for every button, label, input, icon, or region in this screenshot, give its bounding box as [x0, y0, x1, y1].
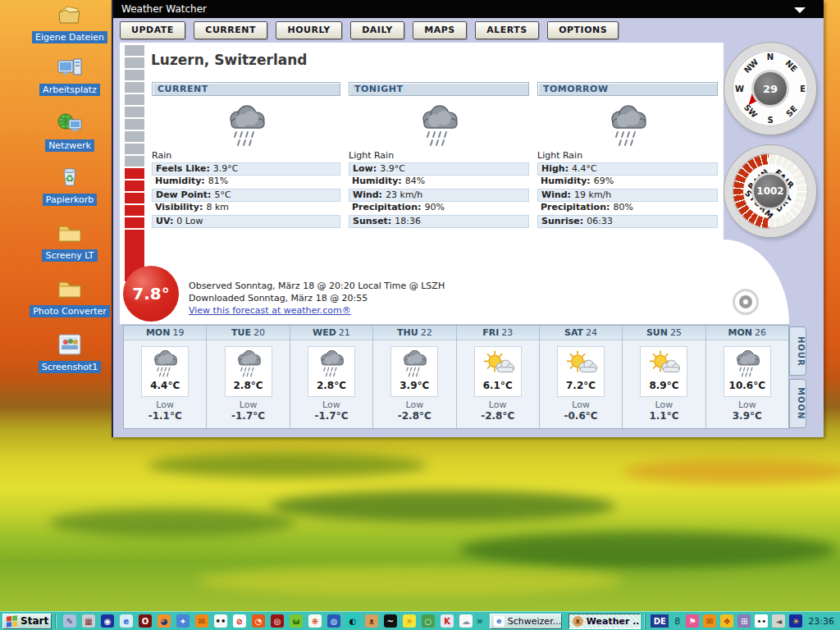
- signal-icon[interactable]: ☀: [789, 614, 802, 628]
- forecast-day-sun25[interactable]: SUN25 8.9°C Low 1.1°C: [622, 326, 705, 428]
- data-row: UV:0 Low: [152, 215, 340, 228]
- tab-moon[interactable]: MOON: [789, 379, 806, 428]
- forecast-icon-box[interactable]: 6.1°C: [474, 346, 522, 397]
- forecast-icon-box[interactable]: 4.4°C: [141, 346, 189, 397]
- data-row: Feels Like:3.9°C: [152, 162, 340, 176]
- forecast-icon-box[interactable]: 10.6°C: [724, 346, 771, 397]
- daily-button[interactable]: DAILY: [350, 21, 404, 39]
- desktop-icon-label[interactable]: Eigene Dateien: [32, 31, 107, 43]
- compass-se: SE: [784, 104, 799, 119]
- temperature-bulb: 7.8°: [123, 266, 179, 322]
- ribbon-icon[interactable]: ⚑: [686, 614, 699, 628]
- forecast-icon-box[interactable]: 2.8°C: [225, 346, 272, 397]
- bird-icon[interactable]: ✦: [176, 614, 189, 628]
- menu-arrow-icon[interactable]: [794, 7, 806, 13]
- ie-icon[interactable]: e: [120, 614, 133, 628]
- notes-icon[interactable]: ✎: [63, 614, 76, 628]
- desktop-icon-label[interactable]: Arbeitsplatz: [39, 84, 100, 96]
- daily-forecast-table: MON19 4.4°C Low -1.1°C TUE20 2.8°C Low -…: [123, 325, 789, 429]
- firefox-icon[interactable]: ◕: [158, 614, 171, 628]
- forecast-icon-box[interactable]: 3.9°C: [390, 346, 438, 397]
- hourly-button[interactable]: HOURLY: [276, 21, 341, 39]
- downloaded-line: Downloaded Sonntag, März 18 @ 20:55: [189, 292, 445, 304]
- no-sign-icon[interactable]: ⊘: [233, 614, 246, 628]
- desktop-icon-screenshot1[interactable]: Screenshot1: [15, 331, 125, 373]
- forecast-day-mon19[interactable]: MON19 4.4°C Low -1.1°C: [124, 326, 206, 428]
- current-button[interactable]: CURRENT: [194, 21, 267, 39]
- earth-icon[interactable]: ◍: [327, 614, 340, 628]
- taskbar-clock[interactable]: 23:36: [808, 616, 834, 627]
- swirl-icon[interactable]: ◔: [252, 614, 265, 628]
- layers-icon[interactable]: ⊞: [737, 614, 751, 628]
- volume-icon[interactable]: ◄: [772, 614, 785, 628]
- taskbar: Start ✎▦◉eO◕✦✉••⊘◔◎ω❋◍◐ᴥ~☀○K☁ » e Schwei…: [0, 611, 840, 630]
- globe-icon[interactable]: ○: [422, 614, 435, 628]
- desktop-icon-photo-converter[interactable]: Photo Converter: [15, 276, 125, 317]
- data-row: Sunset:18:36: [349, 215, 529, 228]
- forecast-icon-box[interactable]: 7.2°C: [557, 346, 605, 397]
- water-streak: [271, 491, 615, 522]
- desktop-icon-label[interactable]: Photo Converter: [30, 305, 110, 317]
- dove-icon[interactable]: ❋: [308, 614, 322, 628]
- window-titlebar[interactable]: Weather Watcher: [113, 0, 824, 18]
- rain-icon: [220, 104, 272, 147]
- data-row: Dew Point:5°C: [152, 189, 340, 202]
- tab-hour[interactable]: HOUR: [789, 326, 806, 376]
- options-button[interactable]: OPTIONS: [547, 21, 619, 39]
- target-icon[interactable]: ◎: [271, 614, 284, 628]
- current-temperature: 7.8°: [132, 284, 169, 304]
- mail-icon[interactable]: ✉: [195, 614, 208, 628]
- forecast-day-wed21[interactable]: WED21 2.8°C Low -1.7°C: [290, 326, 372, 428]
- toolbar: UPDATE CURRENT HOURLY DAILY MAPS ALERTS …: [113, 18, 824, 43]
- day-night-icon[interactable]: ◐: [346, 614, 359, 628]
- opera-icon[interactable]: O: [139, 614, 152, 628]
- forecast-day-fri23[interactable]: FRI23 6.1°C Low -2.8°C: [456, 326, 539, 428]
- desktop-icon-papierkorb[interactable]: ♻ Papierkorb: [15, 164, 125, 206]
- frog-icon[interactable]: ω: [290, 614, 303, 628]
- overflow-chevron-icon[interactable]: »: [477, 615, 483, 627]
- forecast-day-tue20[interactable]: TUE20 2.8°C Low -1.7°C: [206, 326, 289, 428]
- condition-text: Rain: [152, 150, 340, 161]
- desktop-icon-arbeitsplatz[interactable]: Arbeitsplatz: [15, 54, 125, 96]
- sheep-icon[interactable]: ☁: [459, 614, 472, 628]
- k-icon[interactable]: K: [441, 614, 454, 628]
- desktop-icon-netzwerk[interactable]: Netzwerk: [15, 110, 125, 152]
- folder-icon: [57, 276, 83, 302]
- update-button[interactable]: UPDATE: [120, 21, 185, 39]
- desktop-icon-label[interactable]: Screeny LT: [42, 249, 97, 262]
- taskbar-window-weather[interactable]: ᴥ Weather ...: [568, 614, 641, 629]
- desktop-icon-label[interactable]: Papierkorb: [43, 194, 97, 206]
- sun-icon[interactable]: ☀: [403, 614, 416, 628]
- forecast-icon-box[interactable]: 2.8°C: [308, 346, 355, 397]
- image-icon: [57, 331, 83, 358]
- firewall-icon[interactable]: ❖: [720, 614, 733, 628]
- forecast-icon-box[interactable]: 8.9°C: [640, 346, 687, 397]
- start-button[interactable]: Start: [2, 614, 52, 629]
- alerts-button[interactable]: ALERTS: [475, 21, 538, 39]
- calculator-icon[interactable]: ▦: [82, 614, 95, 628]
- hamster-icon[interactable]: ᴥ: [365, 614, 378, 628]
- forecast-day-thu22[interactable]: THU22 3.9°C Low -2.8°C: [372, 326, 455, 428]
- rain-icon: [413, 104, 465, 147]
- data-row: Low:3.9°C: [349, 162, 529, 176]
- forecast-link[interactable]: View this forecast at weather.com®: [189, 305, 351, 316]
- panda-tray-icon[interactable]: ••: [755, 614, 768, 628]
- taskbar-window-schweizer[interactable]: e Schweizer...: [490, 614, 562, 629]
- desktop-icon-label[interactable]: Netzwerk: [45, 139, 94, 152]
- desktop-icon-eigene-dateien[interactable]: Eigene Dateien: [15, 2, 125, 43]
- disc-icon[interactable]: ◉: [101, 614, 114, 628]
- condition-text: Light Rain: [349, 150, 529, 161]
- svg-text:♻: ♻: [66, 173, 75, 185]
- thermometer: [125, 45, 144, 242]
- desktop-icon-screeny-lt[interactable]: Screeny LT: [15, 220, 125, 262]
- tomorrow-panel: TOMORROW Light Rain High:4.4°C Humidity:…: [537, 82, 718, 228]
- maps-button[interactable]: MAPS: [413, 21, 466, 39]
- mail-tray-icon[interactable]: ✉: [703, 614, 716, 628]
- forecast-day-sat24[interactable]: SAT24 7.2°C Low -0.6°C: [539, 326, 622, 428]
- desktop-icon-label[interactable]: Screenshot1: [39, 361, 102, 373]
- panel-curve: [724, 240, 789, 324]
- pulse-icon[interactable]: ~: [384, 614, 397, 628]
- forecast-day-mon26[interactable]: MON26 10.6°C Low 3.9°C: [705, 326, 788, 428]
- panda-icon[interactable]: ••: [214, 614, 227, 628]
- language-indicator[interactable]: DE: [651, 614, 669, 628]
